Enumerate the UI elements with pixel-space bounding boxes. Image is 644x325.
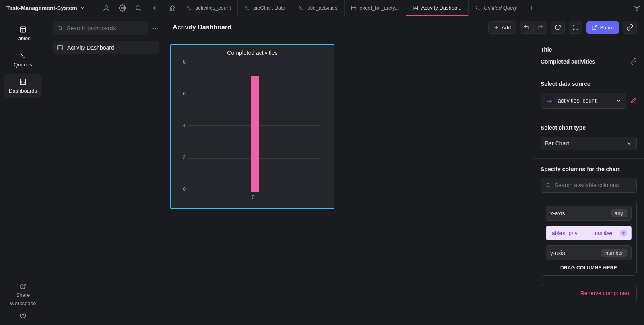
- remove-column-button[interactable]: [620, 230, 627, 237]
- home-icon: [169, 5, 176, 11]
- list-more-button[interactable]: [152, 25, 159, 31]
- dashboard-canvas[interactable]: Completed activities 86420 0: [165, 39, 533, 325]
- share-workspace-button[interactable]: Share Workspace: [10, 283, 36, 306]
- search-icon[interactable]: [132, 1, 145, 15]
- plot-area: [188, 59, 321, 192]
- wifi-icon: [630, 4, 644, 12]
- close-icon: [621, 231, 625, 235]
- maximize-icon: [572, 24, 579, 31]
- page-title: Activity Dashboard: [173, 24, 231, 31]
- svg-line-26: [23, 284, 25, 287]
- edit-datasource-button[interactable]: [630, 97, 637, 104]
- nav-queries[interactable]: Queries: [4, 48, 42, 72]
- share-label: Share: [600, 25, 614, 31]
- svg-point-0: [105, 6, 107, 8]
- add-button[interactable]: Add: [488, 21, 516, 34]
- chart-widget[interactable]: Completed activities 86420 0: [170, 44, 334, 209]
- share-button[interactable]: Share: [586, 21, 619, 34]
- svg-point-1: [122, 7, 124, 9]
- nav-tables[interactable]: Tables: [4, 22, 42, 46]
- nav-label: Dashboards: [9, 88, 37, 94]
- link-icon[interactable]: [630, 58, 637, 65]
- svg-point-41: [546, 183, 549, 186]
- x-axis-column-chip[interactable]: tables_priv number: [546, 226, 632, 240]
- datasource-value: activities_count: [558, 97, 597, 104]
- title-section-label: Title: [541, 46, 637, 53]
- svg-point-33: [157, 28, 158, 29]
- chevron-down-icon: [615, 97, 622, 104]
- refresh-icon: [555, 24, 561, 31]
- query-icon: [475, 5, 481, 11]
- redo-icon: [537, 24, 543, 31]
- query-icon: [19, 52, 27, 59]
- remove-component-button[interactable]: Remove component: [541, 284, 637, 302]
- tab-piechart-data[interactable]: pieChart Data: [238, 0, 292, 16]
- title-value[interactable]: Completed activities: [541, 58, 595, 65]
- undo-button[interactable]: [520, 21, 533, 33]
- gear-icon[interactable]: [116, 1, 129, 15]
- undo-icon: [524, 24, 530, 31]
- columns-search[interactable]: [541, 178, 637, 193]
- nav-dashboards[interactable]: Dashboards: [4, 74, 42, 98]
- y-axis-type: number: [601, 249, 627, 257]
- tab-strip: activities_count pieChart Data title_act…: [165, 0, 630, 16]
- collapse-left-icon[interactable]: [148, 1, 161, 15]
- x-axis: 0: [186, 195, 321, 200]
- dashboard-list-panel: Activity Dashboard: [46, 16, 165, 325]
- tab-home[interactable]: [165, 0, 180, 16]
- tab-untitled-query[interactable]: Untitled Query: [469, 0, 524, 16]
- bar-chart: 86420: [178, 59, 329, 192]
- search-field[interactable]: [66, 25, 144, 32]
- datasource-select[interactable]: SQL activities_count: [541, 93, 626, 109]
- nav-label: Tables: [15, 35, 31, 41]
- external-link-icon: [592, 25, 597, 30]
- svg-line-30: [61, 29, 62, 31]
- chart-type-value: Bar Chart: [545, 140, 569, 147]
- column-name: tables_priv: [550, 230, 578, 236]
- dashboard-icon: [19, 78, 27, 85]
- dashboard-list-item[interactable]: Activity Dashboard: [53, 41, 159, 54]
- chart-type-select[interactable]: Bar Chart: [541, 137, 637, 150]
- tab-activity-dashboard[interactable]: Activity Dashbo...: [406, 0, 469, 16]
- dots-icon: [152, 25, 159, 31]
- add-label: Add: [502, 25, 511, 31]
- edit-icon: [630, 97, 637, 104]
- axis-config: x-axis any tables_priv number: [541, 201, 637, 276]
- y-axis: 86420: [178, 59, 188, 192]
- help-button[interactable]: [20, 312, 26, 319]
- tab-label: Untitled Query: [484, 5, 517, 11]
- sql-badge-icon: SQL: [545, 96, 554, 105]
- user-icon[interactable]: [99, 1, 113, 15]
- tab-label: pieChart Data: [253, 5, 285, 11]
- dashboard-icon: [413, 5, 418, 11]
- workspace-switcher[interactable]: Task-Management-System: [4, 3, 88, 13]
- table-icon: [351, 5, 357, 11]
- datasource-label: Select data source: [541, 81, 637, 87]
- new-tab-button[interactable]: [524, 0, 539, 16]
- query-icon: [299, 5, 304, 11]
- search-dashboards-input[interactable]: [53, 21, 148, 35]
- y-axis-slot[interactable]: y-axis number: [546, 245, 632, 260]
- y-axis-label: y-axis: [550, 250, 565, 256]
- redo-button[interactable]: [533, 21, 547, 33]
- link-button[interactable]: [623, 21, 637, 34]
- tab-excel-for-arcty[interactable]: excel_for_arcty...: [345, 0, 406, 16]
- external-link-icon: [20, 283, 26, 290]
- x-axis-slot[interactable]: x-axis any: [546, 206, 632, 221]
- widget-title: Completed activities: [176, 50, 329, 56]
- plus-icon: [493, 25, 499, 30]
- columns-search-field[interactable]: [554, 182, 632, 189]
- refresh-button[interactable]: [551, 21, 565, 34]
- list-item-label: Activity Dashboard: [67, 44, 114, 51]
- svg-line-42: [549, 186, 550, 188]
- tab-label: title_actvities: [308, 5, 337, 11]
- tab-activities-count[interactable]: activities_count: [180, 0, 238, 16]
- inspector-panel: Title Completed activities Select data s…: [533, 39, 644, 325]
- column-type: number: [591, 229, 617, 237]
- table-icon: [19, 26, 27, 33]
- svg-point-29: [58, 26, 61, 29]
- fullscreen-button[interactable]: [569, 21, 582, 34]
- tab-title-activities[interactable]: title_actvities: [292, 0, 344, 16]
- main-area: Activity Dashboard Add Share: [165, 16, 644, 325]
- query-icon: [244, 5, 250, 11]
